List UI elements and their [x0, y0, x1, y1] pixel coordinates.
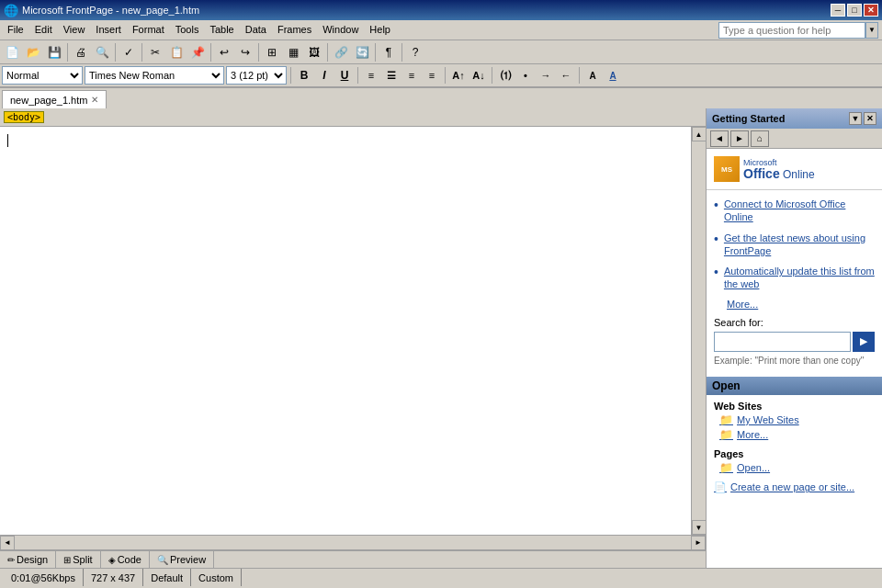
- style-select[interactable]: Normal: [2, 66, 83, 85]
- page-tab[interactable]: new_page_1.htm ✕: [2, 90, 107, 108]
- menu-item-tools[interactable]: Tools: [170, 22, 205, 37]
- search-field[interactable]: [714, 332, 851, 352]
- editor-content[interactable]: [0, 127, 691, 535]
- redo-button[interactable]: ↪: [235, 42, 255, 62]
- underline-button[interactable]: U: [335, 66, 354, 85]
- autoupdate-link[interactable]: Automatically update this list from the …: [724, 265, 875, 291]
- increase-font-button[interactable]: A↑: [449, 66, 468, 85]
- italic-button[interactable]: I: [315, 66, 334, 85]
- align-right-button[interactable]: ≡: [402, 66, 421, 85]
- search-go-button[interactable]: ▶: [853, 332, 875, 352]
- connect-link[interactable]: Connect to Microsoft Office Online: [724, 198, 875, 224]
- menu-item-format[interactable]: Format: [127, 22, 170, 37]
- insert-table-button[interactable]: ▦: [283, 42, 303, 62]
- menu-item-edit[interactable]: Edit: [29, 22, 58, 37]
- panel-home-button[interactable]: ⌂: [751, 130, 769, 147]
- pages-label: Pages: [714, 448, 875, 459]
- design-tab[interactable]: ✏ Design: [0, 550, 56, 568]
- hyperlink-button[interactable]: 🔗: [331, 42, 351, 62]
- horizontal-scrollbar[interactable]: ◄ ►: [0, 535, 706, 549]
- fmt-sep-5: [579, 67, 580, 84]
- menu-item-table[interactable]: Table: [204, 22, 239, 37]
- insert-picture-button[interactable]: 🖼: [304, 42, 324, 62]
- help-button[interactable]: ?: [405, 42, 425, 62]
- print-button[interactable]: 🖨: [71, 42, 91, 62]
- code-tab[interactable]: ◈ Code: [101, 550, 150, 568]
- preview-tab[interactable]: 🔍 Preview: [150, 550, 214, 568]
- web-more-link[interactable]: 📁 More...: [719, 428, 875, 441]
- spell-check-button[interactable]: ✓: [119, 42, 139, 62]
- scroll-right-button[interactable]: ►: [691, 536, 706, 550]
- size-select[interactable]: 3 (12 pt): [226, 66, 287, 85]
- cut-button[interactable]: ✂: [145, 42, 165, 62]
- panel-close-button[interactable]: ✕: [864, 112, 876, 125]
- news-link[interactable]: Get the latest news about using FrontPag…: [724, 232, 875, 258]
- help-dropdown-arrow[interactable]: ▼: [865, 22, 878, 39]
- menu-item-data[interactable]: Data: [240, 22, 272, 37]
- breadcrumb-bar: <body>: [0, 108, 706, 127]
- web-more-text: More...: [737, 429, 768, 440]
- align-center-button[interactable]: ☰: [382, 66, 401, 85]
- print-preview-button[interactable]: 🔍: [92, 42, 112, 62]
- menu-item-view[interactable]: View: [58, 22, 91, 37]
- show-all-button[interactable]: ¶: [379, 42, 399, 62]
- panel-dropdown-button[interactable]: ▼: [849, 112, 862, 125]
- new-site-text: Create a new page or site...: [730, 481, 854, 492]
- font-select[interactable]: Times New Roman: [85, 66, 224, 85]
- panel-nav: ◄ ► ⌂: [707, 129, 882, 149]
- insert-component-button[interactable]: ⊞: [262, 42, 282, 62]
- folder-icon-2: 📁: [719, 428, 733, 441]
- numbering-button[interactable]: ⑴: [496, 66, 514, 85]
- vertical-scrollbar[interactable]: ▲ ▼: [691, 127, 706, 535]
- scroll-down-button[interactable]: ▼: [692, 520, 707, 535]
- new-button[interactable]: 📄: [2, 42, 22, 62]
- more-link[interactable]: More...: [727, 299, 875, 310]
- save-button[interactable]: 💾: [44, 42, 64, 62]
- code-tab-label: Code: [118, 554, 141, 565]
- bullets-button[interactable]: •: [516, 66, 535, 85]
- panel-back-button[interactable]: ◄: [710, 130, 729, 147]
- menubar: FileEditViewInsertFormatToolsTableDataFr…: [0, 20, 718, 40]
- minimize-button[interactable]: ─: [831, 4, 845, 17]
- menu-item-window[interactable]: Window: [317, 22, 364, 37]
- copy-button[interactable]: 📋: [166, 42, 187, 62]
- font-color-button[interactable]: A: [604, 66, 622, 85]
- main-wrapper: new_page_1.htm ✕ <body> ▲ ▼: [0, 88, 882, 568]
- indent-increase-button[interactable]: →: [537, 66, 555, 85]
- menu-item-help[interactable]: Help: [364, 22, 396, 37]
- restore-button[interactable]: □: [847, 4, 862, 17]
- new-site-link[interactable]: 📄 Create a new page or site...: [714, 481, 875, 493]
- toolbar-sep-7: [375, 43, 376, 62]
- refresh-button[interactable]: 🔄: [352, 42, 372, 62]
- scroll-up-button[interactable]: ▲: [692, 127, 707, 141]
- panel-content: • Connect to Microsoft Office Online • G…: [707, 190, 882, 568]
- paste-button[interactable]: 📌: [187, 42, 208, 62]
- scroll-left-button[interactable]: ◄: [0, 536, 15, 550]
- undo-button[interactable]: ↩: [214, 42, 234, 62]
- menu-item-frames[interactable]: Frames: [272, 22, 317, 37]
- fmt-sep-4: [492, 67, 492, 84]
- justify-button[interactable]: ≡: [423, 66, 441, 85]
- toolbar-sep-8: [401, 43, 402, 62]
- tab-label: new_page_1.htm: [10, 95, 87, 106]
- indent-decrease-button[interactable]: ←: [557, 66, 575, 85]
- link-item-1: • Connect to Microsoft Office Online: [714, 198, 875, 224]
- open-pages-link[interactable]: 📁 Open...: [719, 461, 875, 474]
- help-search-input[interactable]: [718, 22, 865, 39]
- close-button[interactable]: ✕: [864, 4, 878, 17]
- highlight-button[interactable]: A: [583, 66, 602, 85]
- titlebar-text: Microsoft FrontPage - new_page_1.htm: [22, 5, 831, 16]
- formatting-toolbar: Normal Times New Roman 3 (12 pt) B I U ≡…: [0, 64, 882, 88]
- menu-item-insert[interactable]: Insert: [90, 22, 127, 37]
- split-tab[interactable]: ⊞ Split: [56, 550, 100, 568]
- breadcrumb-tag: <body>: [4, 111, 44, 123]
- bold-button[interactable]: B: [295, 66, 313, 85]
- open-button[interactable]: 📂: [23, 42, 43, 62]
- my-web-sites-link[interactable]: 📁 My Web Sites: [719, 413, 875, 426]
- decrease-font-button[interactable]: A↓: [469, 66, 488, 85]
- panel-forward-button[interactable]: ►: [730, 130, 749, 147]
- code-tab-icon: ◈: [108, 555, 116, 565]
- menu-item-file[interactable]: File: [2, 22, 29, 37]
- tab-close-button[interactable]: ✕: [91, 95, 98, 105]
- align-left-button[interactable]: ≡: [362, 66, 380, 85]
